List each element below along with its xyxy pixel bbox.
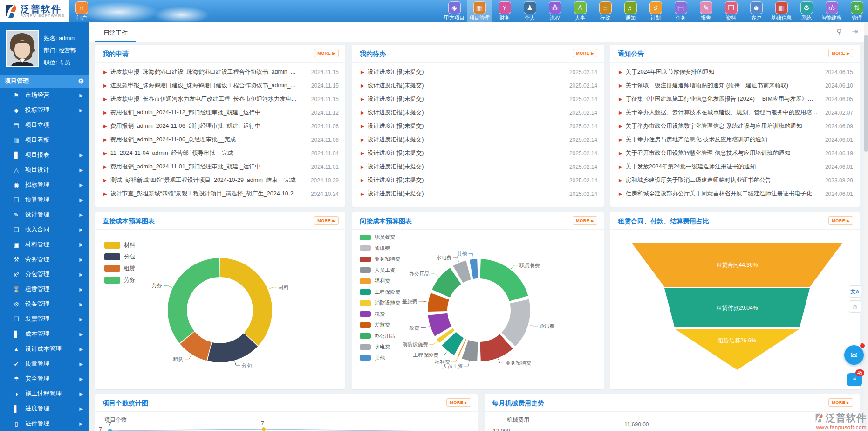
nav-item-9[interactable]: ♯计划 (643, 0, 668, 22)
list-item[interactable]: ▶关于领取一级注册建造师增项贴的通知 (须持一建证书前来领取)2024.06.1… (610, 79, 860, 92)
nav-item-15[interactable]: ⚙系统 (794, 0, 819, 22)
more-button[interactable]: MORE ▶ (446, 398, 471, 407)
sidebar-item-10[interactable]: ▣材料管理▶ (0, 237, 89, 252)
nav-item-7[interactable]: ≡行政 (593, 0, 618, 22)
nav-item-5[interactable]: ⁂流程 (542, 0, 567, 22)
list-item[interactable]: ▶费用报销_admin_2024-11-01_部门经理审批_胡建,_运行中202… (95, 160, 345, 174)
gear-icon[interactable]: ⚙ (78, 77, 84, 85)
nav-item-0[interactable]: ⌂门户 (69, 0, 94, 22)
sidebar-item-7[interactable]: ❏预算管理▶ (0, 192, 89, 207)
list-item[interactable]: ▶进度款申报_长春市伊通河水力发电厂改建工程_长春市伊通河水力发电...2024… (95, 92, 345, 106)
list-item[interactable]: ▶设计进度汇报(未提交)2025.02.14 (352, 119, 604, 133)
nav-item-3[interactable]: ¥财务 (492, 0, 517, 22)
list-item[interactable]: ▶测试_彭祖新城“四馆”景观工程设计项目_2024-10-29_admin_结束… (95, 174, 345, 187)
sidebar-item-0[interactable]: ⚑市场经营▶ (0, 88, 89, 103)
sidebar-item-15[interactable]: ❐发票管理▶ (0, 312, 89, 327)
more-button[interactable]: MORE ▶ (573, 49, 597, 57)
nav-item-1[interactable]: ◈甲方项目 (442, 0, 467, 22)
list-item[interactable]: ▶关于举办市政公用设施数字化管理信息 系统建设与应用培训班的通知2024.06.… (610, 119, 860, 133)
logout-icon[interactable]: ⇥ (852, 28, 858, 36)
list-item[interactable]: ▶进度款申报_珠海鹤港口建设_珠海鹤港口建设工程合作协议书_admin_...2… (95, 79, 345, 92)
donut-slice-办公用品[interactable] (432, 268, 461, 298)
sidebar-item-3[interactable]: ▥项目看板 (0, 132, 89, 147)
sidebar-item-18[interactable]: ✔质量管理▶ (0, 356, 89, 371)
nav-item-16[interactable]: ‹/›智能建模 (819, 0, 844, 22)
donut-slice-其他[interactable] (470, 259, 478, 279)
list-item[interactable]: ▶关于召开市政公用设施智慧化管理 信息技术与应用培训班的通知2024.06.19 (610, 146, 860, 160)
more-button[interactable]: MORE ▶ (828, 398, 853, 407)
list-item[interactable]: ▶11_2024-11-04_admin_经营部_领导审批__完成2024.11… (95, 146, 345, 160)
list-item[interactable]: ▶房和城乡建设厅关于取消二级建造师临时执业证书的公告2023.08.29 (610, 174, 860, 187)
funnel-segment-租赁结算[interactable] (675, 329, 800, 370)
smiley-icon[interactable]: ☺ (849, 300, 861, 313)
list-item[interactable]: ▶设计进度汇报(未提交)2025.02.14 (352, 146, 604, 160)
sidebar-item-20[interactable]: ◑施工过程管理▶ (0, 386, 89, 401)
nav-item-10[interactable]: ▤任务 (668, 0, 693, 22)
list-item[interactable]: ▶设计进度汇报(未提交)2025.02.14 (352, 65, 604, 79)
nav-item-12[interactable]: ❐资料 (718, 0, 744, 22)
list-item[interactable]: ▶进度款申报_珠海鹤港口建设_珠海鹤港口建设工程合作协议书_admin_...2… (95, 65, 345, 79)
vertical-scrollbar[interactable] (864, 22, 868, 431)
nav-item-2[interactable]: ▦项目管理 (467, 0, 492, 22)
sidebar-item-8[interactable]: ✎设计管理▶ (0, 207, 89, 222)
nav-item-17[interactable]: ⇅管理 (844, 0, 868, 22)
scrollbar-thumb[interactable] (864, 35, 868, 152)
nav-item-13[interactable]: ☻客户 (744, 0, 769, 22)
list-item[interactable]: ▶于征集《中国建筑施工行业信息化发展报告 (2024) —BIM应用与发展》材料… (610, 92, 860, 106)
list-item[interactable]: ▶设计审查_彭祖新城“四馆”景观工程设计项目_请选择_胡广生_2024-10-2… (95, 187, 345, 201)
sidebar-item-14[interactable]: ⚙设备管理▶ (0, 297, 89, 312)
list-item[interactable]: ▶住房和城乡建设部办公厅关于同意吉林省开展二级建造师注册证书电子化试点...20… (610, 187, 860, 201)
sidebar-item-16[interactable]: ▋成本管理▶ (0, 327, 89, 341)
key-icon[interactable]: ⚲ (836, 28, 841, 36)
list-item[interactable]: ▶设计进度汇报(未提交)2025.02.14 (352, 133, 604, 146)
list-item[interactable]: ▶关于发放2024年第24批一级建造师注册证书的通知2024.06.01 (610, 160, 860, 174)
nav-item-4[interactable]: ♟个人 (517, 0, 542, 22)
sidebar-item-19[interactable]: ☂安全管理▶ (0, 371, 89, 386)
more-button[interactable]: MORE ▶ (828, 216, 853, 225)
list-item[interactable]: ▶费用报销_admin_2024-11-06_部门经理审批_胡建,_运行中202… (95, 119, 345, 133)
indirect-cost-donut-chart[interactable]: 职员餐费通讯费业务招待费人员工资福利费工程保险费消防设施费税费差旅费办公用品水电… (352, 230, 604, 389)
more-button[interactable]: MORE ▶ (828, 49, 853, 57)
more-button[interactable]: MORE ▶ (314, 49, 339, 57)
sidebar-item-22[interactable]: ▯证件管理▶ (0, 416, 89, 431)
avatar[interactable] (6, 30, 39, 67)
messenger-icon[interactable]: ✉ (844, 345, 864, 365)
list-item[interactable]: ▶设计进度汇报(未提交)2025.02.14 (352, 92, 604, 106)
sidebar-item-12[interactable]: x²分包管理▶ (0, 267, 89, 282)
list-item[interactable]: ▶费用报销_admin_2024-11-12_部门经理审批_胡建,_运行中202… (95, 106, 345, 119)
sidebar-item-2[interactable]: ▤项目立项 (0, 118, 89, 132)
list-item[interactable]: ▶设计进度汇报(未提交)2025.02.14 (352, 187, 604, 201)
list-item[interactable]: ▶设计进度汇报(未提交)2025.02.14 (352, 106, 604, 119)
sidebar-item-1[interactable]: ◆投标管理▶ (0, 103, 89, 118)
nav-item-8[interactable]: ♬通知 (618, 0, 643, 22)
donut-slice-材料[interactable] (220, 258, 272, 346)
list-item[interactable]: ▶设计进度汇报(未提交)2025.02.14 (352, 79, 604, 92)
nav-item-6[interactable]: ♙人事 (567, 0, 593, 22)
tab-daily-work[interactable]: 日常工作 (95, 26, 136, 42)
list-item[interactable]: ▶关于举办大数据、云计算技术在城市建设、规划、管理与服务中的应用培训班...20… (610, 106, 860, 119)
sidebar-item-17[interactable]: ▲设计成本管理▶ (0, 341, 89, 356)
donut-slice-劳务[interactable] (168, 258, 219, 343)
sidebar-item-4[interactable]: ▊项目报表▶ (0, 147, 89, 162)
sidebar-item-9[interactable]: ❑收入合同▶ (0, 222, 89, 237)
sidebar-item-21[interactable]: ▌进度管理▶ (0, 401, 89, 416)
donut-slice-差旅费[interactable] (428, 293, 449, 312)
direct-cost-donut-chart[interactable]: 材料分包租赁劳务 (95, 230, 345, 389)
sidebar-item-6[interactable]: ◉招标管理▶ (0, 177, 89, 192)
nav-item-14[interactable]: ▥基础信息 (769, 0, 794, 22)
nav-item-11[interactable]: ✎报告 (693, 0, 718, 22)
list-item[interactable]: ▶关于2024年国庆节放假安排的通知2024.06.15 (610, 65, 860, 79)
translate-icon[interactable]: 文A (849, 285, 861, 298)
more-button[interactable]: MORE ▶ (314, 216, 339, 225)
project-count-line-chart[interactable] (100, 427, 472, 431)
sidebar-item-13[interactable]: ⌛租赁管理▶ (0, 282, 89, 297)
list-item[interactable]: ▶设计进度汇报(未提交)2025.02.14 (352, 160, 604, 174)
list-item[interactable]: ▶设计进度汇报(未提交)2025.02.14 (352, 174, 604, 187)
sidebar-item-5[interactable]: △项目设计▶ (0, 162, 89, 177)
donut-slice-通讯费[interactable] (501, 299, 530, 346)
lease-funnel-chart[interactable]: 租赁合同44.36%租赁付款29.04%租赁结算26.6% (610, 230, 860, 389)
list-item[interactable]: ▶费用报销_admin_2024-11-06_总经理审批__完成2024.11.… (95, 133, 345, 146)
more-button[interactable]: MORE ▶ (573, 216, 597, 225)
list-item[interactable]: ▶关于举办住房与房地产信息化 技术及应用培训班的通知2024.06.01 (610, 133, 860, 146)
sidebar-item-11[interactable]: ⚒劳务管理▶ (0, 252, 89, 267)
